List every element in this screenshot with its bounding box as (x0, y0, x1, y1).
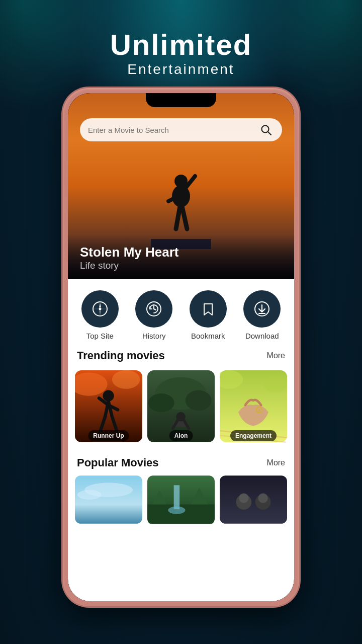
popular-section-header: Popular Movies More (68, 452, 294, 474)
history-label: History (142, 332, 166, 340)
popular-title: Popular Movies (77, 456, 159, 469)
svg-point-57 (258, 494, 268, 503)
svg-point-43 (264, 376, 287, 392)
popular-movies-row (68, 474, 294, 532)
svg-line-15 (154, 309, 156, 310)
svg-rect-53 (220, 475, 287, 524)
svg-line-6 (182, 206, 187, 229)
movie-title: Stolen My Heart (80, 245, 282, 260)
header-entertainment: Entertainment (0, 61, 362, 77)
popular-card-2[interactable] (147, 474, 215, 525)
phone-inner: Stolen My Heart Life story (68, 93, 294, 601)
bookmark-icon (199, 300, 217, 318)
svg-point-46 (77, 490, 102, 500)
engagement-label: Engagement (230, 430, 277, 441)
action-top-site[interactable]: Top Site (81, 290, 119, 340)
bookmark-label: Bookmark (191, 332, 225, 340)
svg-point-28 (112, 370, 140, 389)
svg-point-50 (168, 506, 185, 514)
bookmark-circle (190, 290, 227, 328)
trending-movies-row: Runner Up (68, 367, 294, 452)
search-icon[interactable] (258, 122, 274, 138)
movie-title-overlay: Stolen My Heart Life story (68, 234, 294, 279)
svg-point-20 (103, 390, 114, 401)
svg-rect-49 (174, 485, 179, 509)
screen: Stolen My Heart Life story (68, 93, 294, 601)
popular-section: Popular Movies More (68, 452, 294, 532)
movie-subtitle: Life story (80, 260, 282, 271)
svg-point-56 (239, 494, 248, 503)
header-section: Unlimited Entertainment (0, 28, 362, 77)
svg-point-31 (148, 393, 174, 412)
action-download[interactable]: Download (243, 290, 281, 340)
popular-card-1[interactable] (75, 474, 142, 525)
download-label: Download (245, 332, 279, 340)
popular-more[interactable]: More (267, 458, 285, 467)
movie-card-alon[interactable]: Alon (147, 367, 215, 445)
trending-title: Trending movies (77, 349, 165, 362)
popular-thumbnail-2 (147, 474, 215, 525)
notch (146, 93, 216, 107)
action-history[interactable]: History (135, 290, 172, 340)
popular-thumbnail-3 (220, 474, 287, 525)
svg-point-32 (186, 390, 212, 411)
alon-label: Alon (169, 430, 193, 441)
svg-line-8 (268, 132, 271, 135)
quick-actions: Top Site Hist (68, 279, 294, 345)
trending-section-header: Trending movies More (68, 345, 294, 367)
top-site-circle (81, 290, 119, 328)
action-bookmark[interactable]: Bookmark (190, 290, 227, 340)
hero-silhouette-svg (151, 148, 211, 249)
download-icon (253, 300, 271, 318)
movie-card-engagement[interactable]: Engagement (220, 367, 287, 445)
popular-thumbnail-1 (75, 474, 142, 525)
search-bar[interactable] (80, 118, 282, 141)
hero-section: Stolen My Heart Life story (68, 93, 294, 279)
svg-line-5 (176, 206, 180, 229)
download-circle (243, 290, 281, 328)
popular-card-3[interactable] (220, 474, 287, 525)
search-input[interactable] (88, 126, 258, 134)
header-unlimited: Unlimited (0, 28, 362, 61)
content-area: Top Site Hist (68, 279, 294, 601)
phone-frame: Stolen My Heart Life story (63, 88, 299, 606)
svg-point-39 (258, 409, 260, 411)
compass-icon (91, 300, 109, 318)
history-circle (135, 290, 172, 328)
top-site-label: Top Site (86, 332, 114, 340)
history-icon (145, 300, 163, 318)
runner-up-label: Runner Up (88, 430, 129, 441)
trending-more[interactable]: More (267, 351, 285, 360)
movie-card-runner-up[interactable]: Runner Up (75, 367, 142, 445)
